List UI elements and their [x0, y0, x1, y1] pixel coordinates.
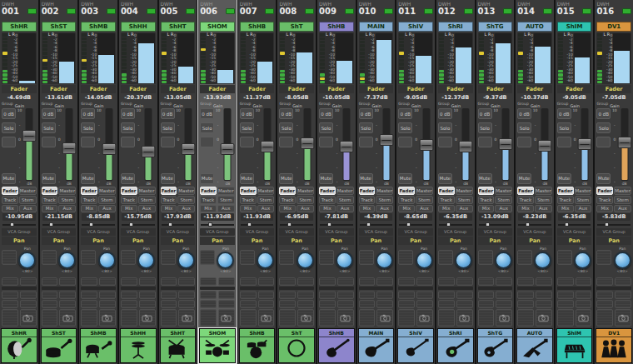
solo-button[interactable]: Solo: [557, 122, 571, 133]
track-mode-button[interactable]: Track: [557, 196, 574, 204]
channel-name-button[interactable]: MAIN: [359, 22, 394, 32]
aux-mode-button[interactable]: Aux: [19, 205, 37, 213]
function-pad[interactable]: [161, 291, 177, 299]
function-pad[interactable]: [496, 300, 512, 308]
fader-mode-button[interactable]: Fader: [42, 187, 58, 195]
image-pad[interactable]: [139, 309, 156, 327]
assign-pad[interactable]: [438, 277, 455, 286]
assign-pad[interactable]: [615, 277, 631, 286]
vca-slider[interactable]: [280, 222, 313, 227]
vca-slider-thumb[interactable]: [406, 222, 411, 227]
function-pad[interactable]: [178, 291, 195, 299]
vca-slider[interactable]: [399, 222, 432, 227]
pan-knob[interactable]: [217, 252, 234, 269]
channel-strip-005[interactable]: DWH005ShHTL R0-2-4-6-8-10-15-20-25-30-40…: [159, 0, 197, 364]
function-pad[interactable]: [258, 300, 275, 308]
vca-slider[interactable]: [122, 222, 155, 227]
solo-button[interactable]: Solo: [359, 122, 373, 133]
vca-slider-thumb[interactable]: [208, 222, 212, 227]
master-mode-button[interactable]: Master: [416, 187, 433, 195]
function-pad[interactable]: [416, 291, 433, 299]
track-mode-button[interactable]: Track: [200, 196, 217, 204]
pan-link-pad[interactable]: [438, 250, 453, 265]
function-pad[interactable]: [200, 291, 217, 299]
pan-knob[interactable]: [58, 252, 76, 269]
assign-pad[interactable]: [517, 277, 534, 286]
zero-db-button[interactable]: 0 dB: [359, 108, 373, 119]
assign-pad[interactable]: [279, 277, 296, 286]
vca-slider[interactable]: [479, 222, 512, 227]
mix-mode-button[interactable]: Mix: [478, 205, 495, 213]
assign-pad[interactable]: [2, 277, 18, 286]
function-pad[interactable]: [557, 309, 574, 327]
solo-button[interactable]: Solo: [438, 122, 452, 133]
fader-mode-button[interactable]: Fader: [240, 187, 257, 195]
pan-link-pad[interactable]: [279, 250, 294, 265]
stem-mode-button[interactable]: Stem: [138, 196, 156, 204]
mute-button[interactable]: Mute: [2, 173, 16, 184]
zero-db-button[interactable]: 0 dB: [279, 108, 293, 119]
function-pad[interactable]: [478, 309, 495, 327]
function-pad[interactable]: [279, 300, 296, 308]
mix-mode-button[interactable]: Mix: [200, 205, 217, 213]
vca-slider[interactable]: [42, 222, 76, 227]
vca-slider[interactable]: [597, 222, 631, 227]
master-mode-button[interactable]: Master: [336, 187, 354, 195]
vca-slider[interactable]: [320, 222, 353, 227]
zero-db-button[interactable]: 0 dB: [240, 108, 254, 119]
zero-db-button[interactable]: 0 dB: [438, 108, 452, 119]
function-pad[interactable]: [596, 300, 613, 308]
instrument-tile[interactable]: MAIN: [358, 328, 395, 363]
mute-button[interactable]: Mute: [398, 173, 412, 184]
master-mode-button[interactable]: Master: [177, 187, 195, 195]
aux-mode-button[interactable]: Aux: [456, 205, 473, 213]
fader-handle[interactable]: [181, 143, 195, 155]
instrument-tile[interactable]: ShST: [41, 328, 77, 363]
channel-status-led[interactable]: [226, 8, 235, 14]
vca-slider-thumb[interactable]: [605, 222, 609, 227]
assign-pad[interactable]: [337, 277, 354, 286]
image-pad[interactable]: [178, 309, 195, 327]
aux-mode-button[interactable]: Aux: [336, 205, 354, 213]
aux-mode-button[interactable]: Aux: [257, 205, 275, 213]
vca-slider[interactable]: [201, 222, 234, 227]
instrument-tile[interactable]: ShHH: [120, 328, 157, 363]
instrument-tile[interactable]: ShRI: [437, 328, 474, 363]
function-pad[interactable]: [240, 291, 257, 299]
assign-pad[interactable]: [576, 277, 592, 286]
image-pad[interactable]: [337, 309, 354, 327]
pan-knob[interactable]: [455, 252, 472, 269]
channel-status-led[interactable]: [622, 8, 631, 14]
pan-link-pad[interactable]: [200, 250, 215, 265]
zero-db-button[interactable]: 0 dB: [319, 108, 333, 119]
mute-button[interactable]: Mute: [81, 173, 95, 184]
function-pad[interactable]: [438, 291, 455, 299]
image-pad[interactable]: [218, 309, 235, 327]
solo-button[interactable]: Solo: [81, 122, 95, 133]
function-pad[interactable]: [398, 309, 415, 327]
assign-pad[interactable]: [536, 277, 552, 286]
assign-pad[interactable]: [81, 277, 97, 286]
vca-slider[interactable]: [82, 222, 115, 227]
instrument-tile[interactable]: ShHT: [160, 328, 197, 363]
track-mode-button[interactable]: Track: [121, 196, 137, 204]
function-pad[interactable]: [200, 300, 217, 308]
mix-mode-button[interactable]: Mix: [319, 205, 336, 213]
channel-strip-006[interactable]: DWH006SHOML R0-2-4-6-8-10-15-20-25-30-40…: [198, 0, 237, 364]
channel-status-led[interactable]: [265, 8, 274, 14]
fader-handle[interactable]: [379, 134, 393, 146]
function-pad[interactable]: [337, 291, 354, 299]
stem-mode-button[interactable]: Stem: [495, 196, 512, 204]
solo-button[interactable]: Solo: [398, 122, 412, 133]
fader-handle[interactable]: [221, 143, 235, 155]
assign-pad[interactable]: [557, 277, 574, 286]
mix-mode-button[interactable]: Mix: [161, 205, 177, 213]
function-pad[interactable]: [279, 291, 296, 299]
fader-handle[interactable]: [459, 141, 473, 152]
mute-button[interactable]: Mute: [359, 173, 373, 184]
solo-button[interactable]: Solo: [517, 122, 531, 133]
mix-mode-button[interactable]: Mix: [438, 205, 455, 213]
fader-handle[interactable]: [22, 130, 37, 142]
channel-strip-012[interactable]: DWH012ShRIL R0-2-4-6-8-10-15-20-25-30-40…: [436, 0, 475, 364]
image-pad[interactable]: [416, 309, 433, 327]
